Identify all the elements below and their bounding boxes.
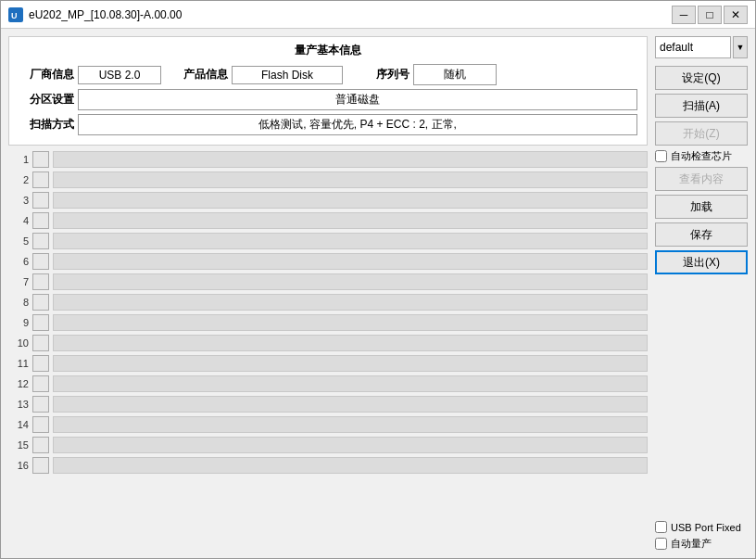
serial-label: 序列号: [354, 67, 410, 83]
profile-dropdown[interactable]: default: [655, 36, 731, 58]
dropdown-row: default ▼: [655, 36, 748, 58]
grid-row: 6: [8, 251, 648, 272]
row-progress-bar: [53, 233, 648, 249]
row-progress-bar: [53, 273, 648, 290]
window-title: eU202_MP_[10.08.30]-A.00.00: [29, 8, 182, 21]
usb-port-checkbox[interactable]: [655, 521, 667, 533]
vendor-field: USB 2.0: [78, 66, 161, 84]
row-number: 15: [8, 439, 29, 451]
row-number: 7: [8, 276, 29, 287]
auto-product-row: 自动量产: [655, 537, 748, 551]
auto-check-row: 自动检查芯片: [655, 149, 748, 163]
vendor-label: 厂商信息: [19, 67, 74, 83]
row-number: 3: [8, 195, 29, 206]
row-progress-bar: [53, 294, 648, 311]
start-button[interactable]: 开始(Z): [655, 121, 748, 146]
save-button[interactable]: 保存: [655, 222, 748, 247]
right-panel: default ▼ 设定(Q) 扫描(A) 开始(Z) 自动检查芯片 查看内容 …: [655, 36, 748, 551]
row-number: 8: [8, 297, 29, 308]
close-button[interactable]: ✕: [724, 6, 748, 24]
scan-field: 低格测试, 容量优先, P4 + ECC : 2, 正常,: [78, 114, 637, 135]
row-indicator: [32, 375, 49, 392]
grid-rows: 12345678910111213141516: [8, 149, 648, 476]
grid-row: 10: [8, 333, 648, 353]
row-indicator: [32, 335, 49, 351]
grid-row: 1: [8, 149, 648, 170]
grid-row: 3: [8, 190, 648, 210]
title-bar: U eU202_MP_[10.08.30]-A.00.00 ─ □ ✕: [1, 1, 755, 29]
row-indicator: [32, 314, 49, 331]
scan-label: 扫描方式: [19, 117, 74, 133]
row-indicator: [32, 437, 49, 453]
row-progress-bar: [53, 212, 648, 229]
row-progress-bar: [53, 437, 648, 453]
auto-product-checkbox[interactable]: [655, 538, 667, 550]
serial-field: 随机: [413, 64, 497, 85]
grid-row: 4: [8, 210, 648, 231]
row-indicator: [32, 172, 49, 188]
device-grid: 12345678910111213141516: [8, 149, 648, 551]
row-progress-bar: [53, 151, 648, 168]
auto-check-label: 自动检查芯片: [671, 149, 732, 163]
auto-product-label: 自动量产: [671, 537, 712, 551]
scan-button[interactable]: 扫描(A): [655, 94, 748, 118]
row-progress-bar: [53, 253, 648, 270]
row-progress-bar: [53, 457, 648, 474]
row-number: 9: [8, 317, 29, 328]
row-progress-bar: [53, 192, 648, 209]
grid-row: 13: [8, 394, 648, 414]
grid-row: 16: [8, 455, 648, 476]
row-number: 12: [8, 378, 29, 389]
grid-row: 12: [8, 374, 648, 394]
exit-button[interactable]: 退出(X): [655, 250, 748, 274]
row-number: 13: [8, 399, 29, 410]
partition-field: 普通磁盘: [78, 89, 637, 110]
app-icon: U: [8, 7, 23, 22]
product-label: 产品信息: [172, 67, 228, 83]
row-progress-bar: [53, 416, 648, 433]
grid-row: 9: [8, 312, 648, 333]
row-indicator: [32, 273, 49, 290]
row-number: 6: [8, 256, 29, 267]
minimize-button[interactable]: ─: [672, 6, 696, 24]
grid-row: 5: [8, 231, 648, 251]
row-indicator: [32, 294, 49, 311]
row-indicator: [32, 253, 49, 270]
row-progress-bar: [53, 335, 648, 351]
settings-button[interactable]: 设定(Q): [655, 66, 748, 90]
check-content-button[interactable]: 查看内容: [655, 167, 748, 191]
row-indicator: [32, 396, 49, 413]
partition-label: 分区设置: [19, 92, 74, 108]
usb-port-label: USB Port Fixed: [671, 522, 741, 533]
row-indicator: [32, 355, 49, 372]
grid-row: 8: [8, 292, 648, 312]
dropdown-arrow-icon[interactable]: ▼: [733, 36, 748, 58]
load-button[interactable]: 加载: [655, 195, 748, 219]
maximize-button[interactable]: □: [698, 6, 722, 24]
grid-row: 7: [8, 272, 648, 292]
row-number: 5: [8, 235, 29, 247]
row-number: 11: [8, 358, 29, 369]
info-section: 量产基本信息 厂商信息 USB 2.0 产品信息 Flash Disk 序列号 …: [8, 36, 648, 146]
row-progress-bar: [53, 314, 648, 331]
grid-row: 14: [8, 414, 648, 435]
usb-port-row: USB Port Fixed: [655, 521, 748, 533]
row-progress-bar: [53, 375, 648, 392]
info-section-title: 量产基本信息: [19, 43, 637, 58]
row-indicator: [32, 233, 49, 249]
row-number: 16: [8, 460, 29, 471]
row-indicator: [32, 457, 49, 474]
window-controls: ─ □ ✕: [672, 6, 748, 24]
product-field: Flash Disk: [232, 66, 343, 84]
grid-row: 2: [8, 170, 648, 190]
grid-row: 11: [8, 353, 648, 374]
row-number: 2: [8, 174, 29, 185]
row-progress-bar: [53, 355, 648, 372]
row-progress-bar: [53, 396, 648, 413]
row-number: 4: [8, 215, 29, 226]
auto-check-checkbox[interactable]: [655, 150, 667, 162]
row-number: 10: [8, 337, 29, 349]
row-progress-bar: [53, 172, 648, 188]
row-indicator: [32, 192, 49, 209]
grid-row: 15: [8, 435, 648, 455]
